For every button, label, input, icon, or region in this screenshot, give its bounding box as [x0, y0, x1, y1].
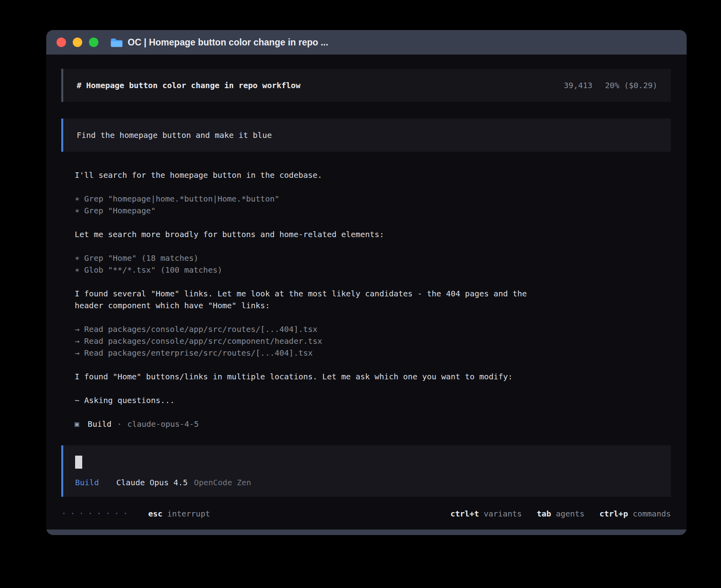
agent-separator: ·	[117, 418, 122, 430]
minimize-button[interactable]	[73, 38, 82, 47]
shortcut-agents: tab agents	[537, 509, 584, 518]
tool-call-grep: ∗ Grep "homepage|home.*button|Home.*butt…	[75, 193, 657, 205]
assistant-text: Let me search more broadly for buttons a…	[75, 228, 553, 240]
statusbar-left: ········ esc interrupt	[61, 509, 210, 518]
prompt-input[interactable]: Build Claude Opus 4.5 OpenCode Zen	[61, 445, 671, 497]
esc-key: esc	[148, 509, 162, 518]
esc-label: interrupt	[167, 509, 210, 518]
agents-label: agents	[556, 509, 584, 518]
input-footer: Build Claude Opus 4.5 OpenCode Zen	[75, 478, 659, 487]
assistant-text: I'll search for the homepage button in t…	[75, 169, 553, 181]
spinner-dots: ········	[61, 509, 132, 518]
commands-key: ctrl+p	[599, 509, 628, 518]
model-label: Claude Opus 4.5	[116, 478, 188, 487]
text-cursor	[75, 456, 82, 469]
window-bottom-edge	[46, 530, 687, 535]
commands-label: commands	[633, 509, 671, 518]
zoom-button[interactable]	[89, 38, 98, 47]
close-button[interactable]	[57, 38, 66, 47]
assistant-text: I found several "Home" links. Let me loo…	[75, 288, 553, 311]
variants-label: variants	[484, 509, 522, 518]
activity-status: ~ Asking questions...	[75, 394, 657, 406]
tool-call-grep: ∗ Grep "Home" (18 matches)	[75, 252, 657, 264]
window-title-group: OC | Homepage button color change in rep…	[110, 37, 328, 48]
tool-call-read: → Read packages/console/app/src/routes/[…	[75, 323, 657, 335]
agent-line: ▣ Build · claude-opus-4-5	[75, 418, 657, 430]
context-usage: 20% ($0.29)	[605, 81, 657, 90]
traffic-lights	[57, 38, 98, 47]
shortcut-variants: ctrl+t variants	[450, 509, 522, 518]
provider-label: OpenCode Zen	[194, 478, 251, 487]
agent-mode-label: Build	[75, 478, 99, 487]
tool-call-read: → Read packages/enterprise/src/routes/[.…	[75, 347, 657, 359]
session-meta: 39,413 20% ($0.29)	[564, 81, 657, 90]
conversation: I'll search for the homepage button in t…	[61, 169, 671, 430]
tool-call-group: ∗ Grep "Home" (18 matches) ∗ Glob "**/*.…	[75, 252, 657, 276]
terminal-content: # Homepage button color change in repo w…	[46, 55, 687, 530]
window-title: OC | Homepage button color change in rep…	[128, 37, 328, 48]
session-header: # Homepage button color change in repo w…	[61, 69, 671, 102]
terminal-window: OC | Homepage button color change in rep…	[46, 30, 687, 535]
user-message: Find the homepage button and make it blu…	[61, 119, 671, 152]
agent-icon: ▣	[75, 418, 79, 430]
tool-call-grep: ∗ Grep "Homepage"	[75, 205, 657, 217]
window-titlebar[interactable]: OC | Homepage button color change in rep…	[46, 30, 687, 55]
token-count: 39,413	[564, 81, 592, 90]
status-bar: ········ esc interrupt ctrl+t variants t…	[61, 506, 671, 520]
folder-icon	[110, 38, 123, 47]
statusbar-right: ctrl+t variants tab agents ctrl+p comman…	[450, 509, 671, 518]
shortcut-interrupt: esc interrupt	[148, 509, 210, 518]
assistant-text: I found "Home" buttons/links in multiple…	[75, 371, 553, 383]
user-message-text: Find the homepage button and make it blu…	[77, 130, 272, 140]
agents-key: tab	[537, 509, 551, 518]
agent-model: claude-opus-4-5	[127, 418, 199, 430]
session-title: # Homepage button color change in repo w…	[77, 81, 300, 90]
shortcut-commands: ctrl+p commands	[599, 509, 671, 518]
bottom-stack: Build Claude Opus 4.5 OpenCode Zen ·····…	[61, 445, 671, 520]
tool-call-read: → Read packages/console/app/src/componen…	[75, 335, 657, 347]
variants-key: ctrl+t	[450, 509, 479, 518]
tool-call-group: → Read packages/console/app/src/routes/[…	[75, 323, 657, 359]
tool-call-glob: ∗ Glob "**/*.tsx" (100 matches)	[75, 264, 657, 276]
agent-name: Build	[88, 418, 111, 430]
tool-call-group: ∗ Grep "homepage|home.*button|Home.*butt…	[75, 193, 657, 217]
